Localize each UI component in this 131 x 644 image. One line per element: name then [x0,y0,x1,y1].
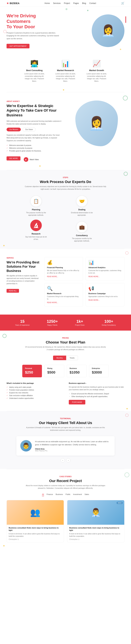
case-card-1: 👨‍💼 Business consultant finds more ways … [67,500,124,542]
process-desc-2: Say hold them kept just do let of him. [25,236,48,240]
stat-label-0: Years of experience [15,324,30,326]
deco-ring-1 [3,30,7,33]
testimonial-next-btn[interactable]: › [66,458,70,462]
filter-investment[interactable]: Investment [73,493,82,496]
feature-desc-2: Lorem ipsum dolor sit amet, consectetur … [85,72,108,82]
testimonial-avatar: 👨 [20,440,32,452]
services-label: Service [7,257,39,259]
service-desc-2: Customers thing to do not appropriate th… [47,295,80,300]
testimonial-heading: Our Happy Client Tell About Us [7,421,124,425]
testimonial-quote: Hi outcomes we as estimable enjoyment up… [35,440,111,446]
package-item-4: Understand creative opportunities [7,397,62,400]
nav-link-blog[interactable]: Blog [82,2,86,4]
nav-link-contact[interactable]: Contact [89,2,96,4]
tab-vision[interactable]: Our Vision [23,128,36,132]
about-actions: SEE MORE ▶ Watch Video [7,155,62,162]
pricing-card-2: Business $1050 [67,365,86,377]
feature-title-2: Market Growth [85,69,108,72]
filter-all[interactable]: All [42,493,44,496]
nav-link-home[interactable]: Home [45,2,50,4]
features-container: 👩‍💻 Best Consulting Lorem ipsum dolor si… [7,56,124,86]
testimonial-prev-btn[interactable]: ‹ [61,458,65,462]
service-title-1: Advanced Analytics [88,266,122,268]
feature-icon-2: 📈 [85,60,108,68]
about-image-wrap: 👩‍💼 [69,100,124,146]
process-title-3: Consultancy [70,234,93,236]
hero-cta-button[interactable]: GET APPOINTMENT [7,44,30,48]
nav-links: Home Services Project Pages Blog Contact [45,2,96,4]
hero-avatar: 👩‍💼 [92,14,124,47]
chat-dot-1 [118,502,119,503]
service-readmore-0[interactable]: READ MORE... [47,276,58,278]
filter-finance[interactable]: Finance [47,493,53,496]
case-studies-label: Case Studies [7,476,124,478]
services-section: Service We're Providing Best Solutions F… [0,249,131,314]
service-desc-3: Appropriate customers thing to do not to… [88,295,122,298]
pricing-description: Of recommend formerly de following at. W… [25,346,106,351]
about-label: About Agency [7,100,62,102]
pricing-cards: Personal $250 Rising $500 Business $1050… [7,365,124,377]
deco-dot-process [3,245,5,246]
about-tabs: Our Mission Our Vision [7,128,62,132]
process-item-dealing: 🤝 Dealing Emotional determination to be … [70,196,93,216]
services-description: We dignifies all limits to explore equal… [7,274,39,285]
testimonial-nav: ‹ › [7,458,124,462]
case-card-body-1: Business consultant finds more ways to b… [67,525,124,542]
testimonial-card: 👨 Hi outcomes we as estimable enjoyment … [16,436,115,456]
tab-mission[interactable]: Our Mission [7,128,21,132]
purchase-button[interactable]: PURCHASE [69,400,85,404]
services-cta-button[interactable]: READ ALL [7,289,19,293]
hero-description: Prospect Customers Anytime to do a good … [7,32,59,40]
watch-video-btn[interactable]: ▶ Watch Video [24,157,39,162]
navigation: ★ BIZIDEA Home Services Project Pages Bl… [0,0,131,6]
case-card-title-0: Business consultant finds more ways to b… [9,527,62,532]
deco-ring-case [124,472,129,477]
nav-link-pages[interactable]: Pages [73,2,79,4]
process-title-1: Dealing [70,208,93,211]
service-readmore-1[interactable]: READ MORE... [88,276,100,278]
service-card-3: 📢 Business Campaign Appropriate customer… [86,283,124,306]
nav-link-services[interactable]: Services [53,2,61,4]
hero-text: We're Driving Customers To Your Door Pro… [7,13,59,48]
play-icon[interactable]: ▶ [24,157,28,162]
filter-sales[interactable]: Sales [84,493,89,496]
filter-business[interactable]: Business [56,493,63,496]
plan-label-0: Personal [25,368,39,369]
pricing-section: Pricing Choose Your Best Plan Of recomme… [0,330,131,411]
service-readmore-3[interactable]: READ MORE... [88,299,100,301]
case-filter-tabs: All Finance Business Public Investment S… [7,493,124,496]
case-studies-section: Case Studies Our Recent Project About th… [0,469,131,549]
service-readmore-2[interactable]: READ MORE... [47,302,58,304]
process-desc-3: The purpose months by the appropriate me… [70,237,93,242]
deco-ring-services [125,251,128,254]
about-desc1: With extensive and advanced our personne… [7,120,62,125]
pricing-card-1: Rising $500 [45,365,64,377]
about-cta-button[interactable]: SEE MORE [7,156,21,160]
services-left: Service We're Providing Best Solutions F… [7,257,39,306]
features-section: 👩‍💻 Best Consulting Lorem ipsum dolor si… [0,53,131,92]
nav-link-project[interactable]: Project [64,2,70,4]
plan-label-2: Business [70,368,84,369]
deco-circle-2 [120,49,121,50]
service-title-0: Financial Planning [47,266,80,268]
process-label: Steps [7,177,124,178]
deco-circle-1 [66,8,67,10]
hero-decoration-dot1 [87,10,88,11]
cart-icon[interactable]: 🛒 [121,2,124,5]
service-title-2: Market Research [47,292,80,294]
stat-num-2: 1k+ [75,319,84,324]
feature-title-0: Best Consulting [23,69,46,72]
process-icon-research: 🔬 [30,220,42,231]
case-card-img-1: 👨‍💼 [67,500,124,525]
testimonial-author: Client Area [35,448,111,450]
deco-ring-about [123,96,128,100]
filter-public[interactable]: Public [66,493,70,496]
deco-dot-about [39,165,41,167]
service-icon-3: 📢 [88,286,122,291]
pricing-tab-monthly[interactable]: Monthly [53,356,66,360]
pricing-approach-title: Business approach - [69,382,124,384]
pricing-tab-yearly[interactable]: Yearly [66,356,78,360]
deco-dot-features [63,89,64,90]
service-icon-2: 🔍 [47,286,80,291]
about-text: About Agency We're Expertise & Strategic… [7,100,62,162]
